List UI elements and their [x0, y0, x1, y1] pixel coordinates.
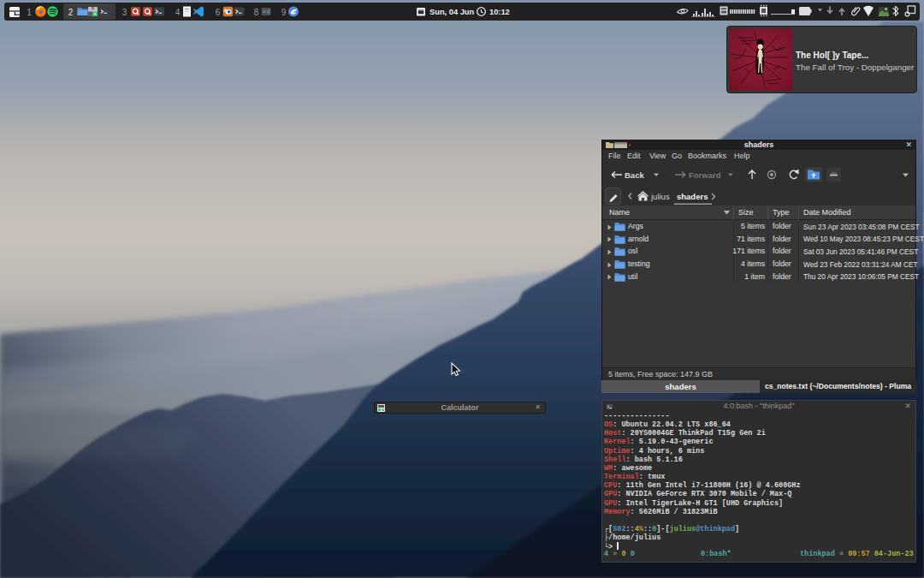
- svg-text:Sun, 04 Jun: Sun, 04 Jun: [429, 8, 474, 16]
- svg-text:Forward: Forward: [689, 170, 721, 180]
- svg-text:10:12: 10:12: [489, 8, 510, 16]
- svg-text:julius: julius: [650, 192, 670, 201]
- svg-text:9: 9: [281, 8, 287, 17]
- svg-text:4: 4: [175, 8, 181, 17]
- svg-text:Back: Back: [625, 170, 644, 180]
- svg-text:1: 1: [27, 8, 32, 17]
- svg-text:8: 8: [254, 8, 259, 17]
- svg-text:6: 6: [216, 8, 221, 17]
- svg-text:2: 2: [68, 8, 74, 17]
- svg-text:3: 3: [122, 8, 127, 17]
- svg-text:shaders: shaders: [677, 192, 708, 201]
